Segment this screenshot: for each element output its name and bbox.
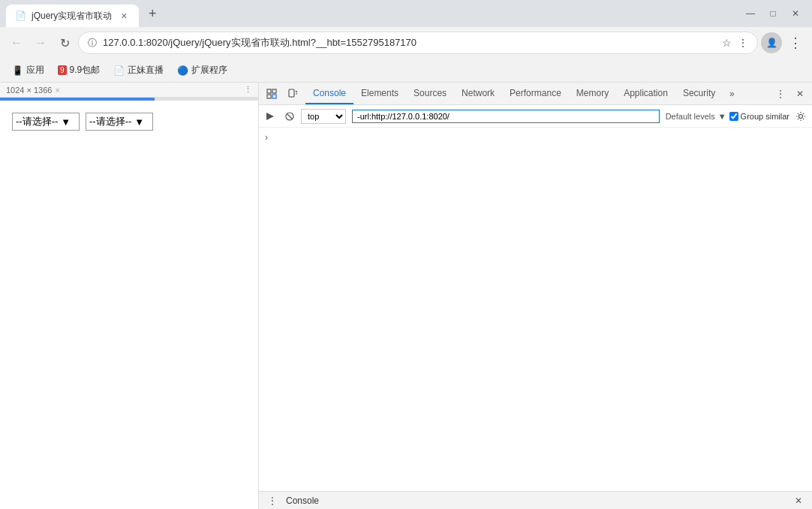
bookmark-apps[interactable]: 📱 应用 (6, 61, 50, 80)
live-icon: 📄 (113, 65, 125, 76)
ext-label: 扩展程序 (191, 64, 227, 77)
minimize-button[interactable]: — (740, 3, 761, 24)
ext-icon: 🔵 (177, 65, 188, 76)
svg-point-11 (799, 114, 803, 118)
group-similar-toggle[interactable]: Group similar (729, 112, 789, 121)
tab-sources-label: Sources (414, 88, 447, 98)
console-content: › (259, 128, 812, 491)
url-text: 127.0.0.1:8020/jQuery/jQuery实现省市联动.html?… (103, 36, 716, 50)
reload-button[interactable]: ↻ (54, 32, 75, 53)
bookmark-star-icon[interactable]: ☆ (722, 37, 732, 49)
profile-icon: 👤 (766, 38, 777, 48)
back-button[interactable]: ← (6, 32, 27, 53)
dimension-bar: 1024 × 1366 × ⋮ (0, 83, 258, 98)
dimension-value: 1024 × 1366 (6, 86, 52, 95)
svg-line-10 (287, 114, 292, 119)
bookmarks-bar: 📱 应用 9 9.9包邮 📄 正妹直播 🔵 扩展程序 (0, 59, 812, 83)
console-context-selector[interactable]: top (301, 109, 346, 124)
apps-label: 应用 (26, 64, 44, 77)
tab-console-label: Console (313, 88, 346, 98)
package-label: 9.9包邮 (70, 64, 101, 77)
console-levels-selector[interactable]: Default levels ▼ (666, 112, 726, 121)
package-icon: 9 (58, 65, 67, 75)
inspect-element-button[interactable] (262, 84, 281, 104)
page-selects: --请选择-- ▼ --请选择-- ▼ (0, 101, 258, 143)
secure-icon: ⓘ (88, 37, 97, 50)
tab-application-label: Application (624, 88, 668, 98)
devtools-tabs: Console Elements Sources Network Perform… (305, 83, 768, 104)
svg-rect-1 (272, 89, 276, 93)
svg-rect-0 (267, 89, 271, 93)
tab-close-button[interactable]: × (118, 10, 130, 22)
browser-menu-button[interactable]: ⋮ (785, 32, 806, 53)
city-value: --请选择-- (89, 115, 131, 128)
context-select-input[interactable]: top (301, 109, 346, 124)
tab-performance-label: Performance (510, 88, 561, 98)
url-bar[interactable]: ⓘ 127.0.0.1:8020/jQuery/jQuery实现省市联动.htm… (78, 32, 758, 54)
devtools-right-controls: ⋮ ✕ (768, 85, 812, 103)
bottom-more-button[interactable]: ⋮ (265, 493, 280, 508)
tab-elements[interactable]: Elements (353, 83, 406, 104)
bookmark-extensions[interactable]: 🔵 扩展程序 (171, 61, 233, 80)
url-more-icon[interactable]: ⋮ (738, 37, 748, 49)
devtools-settings-button[interactable]: ⋮ (771, 85, 789, 103)
tab-network-label: Network (462, 88, 495, 98)
apps-icon: 📱 (12, 65, 23, 76)
live-label: 正妹直播 (128, 64, 164, 77)
group-similar-checkbox[interactable] (729, 112, 738, 121)
tab-title: jQuery实现省市联动 (32, 10, 112, 23)
bottom-close-button[interactable]: ✕ (791, 493, 806, 508)
window-controls: — □ ✕ (740, 3, 806, 24)
maximize-button[interactable]: □ (762, 3, 783, 24)
console-prompt[interactable]: › (262, 131, 809, 144)
devtools-close-button[interactable]: ✕ (791, 85, 809, 103)
tab-console[interactable]: Console (305, 83, 353, 104)
province-value: --请选择-- (16, 115, 58, 128)
active-tab[interactable]: 📄 jQuery实现省市联动 × (6, 5, 139, 27)
bookmark-live[interactable]: 📄 正妹直播 (107, 61, 170, 80)
tab-bar: 📄 jQuery实现省市联动 × + — □ ✕ (0, 0, 812, 27)
tab-application[interactable]: Application (616, 83, 675, 104)
devtools-toolbar: Console Elements Sources Network Perform… (259, 83, 812, 105)
bookmark-package[interactable]: 9 9.9包邮 (52, 61, 106, 80)
dimension-more-button[interactable]: ⋮ (244, 85, 252, 95)
tab-favicon: 📄 (15, 11, 26, 21)
levels-arrow-icon: ▼ (718, 112, 726, 121)
devtools-icons (259, 84, 305, 104)
city-arrow-icon: ▼ (134, 116, 144, 128)
svg-rect-2 (267, 95, 271, 98)
devtools-bottom-bar: ⋮ Console ✕ (259, 491, 812, 509)
dimension-x: × (55, 86, 59, 95)
svg-marker-8 (266, 113, 274, 120)
close-button[interactable]: ✕ (785, 3, 806, 24)
console-clear-button[interactable] (281, 108, 298, 125)
svg-rect-3 (272, 95, 276, 98)
tab-network[interactable]: Network (454, 83, 502, 104)
tab-security[interactable]: Security (675, 83, 723, 104)
tab-memory-label: Memory (576, 88, 609, 98)
tab-sources[interactable]: Sources (406, 83, 454, 104)
page-content: 1024 × 1366 × ⋮ --请选择-- ▼ --请选择-- ▼ (0, 83, 258, 509)
svg-line-6 (296, 91, 297, 92)
city-dropdown[interactable]: --请选择-- ▼ (86, 113, 153, 131)
tab-performance[interactable]: Performance (502, 83, 569, 104)
console-filter-input[interactable] (352, 110, 660, 123)
profile-button[interactable]: 👤 (761, 32, 782, 53)
bottom-console-label: Console (286, 495, 785, 506)
svg-rect-4 (289, 89, 294, 97)
console-settings-button[interactable] (792, 108, 809, 125)
tab-elements-label: Elements (361, 88, 398, 98)
console-execute-button[interactable] (262, 108, 278, 125)
forward-button[interactable]: → (30, 32, 51, 53)
more-tabs-button[interactable]: » (723, 83, 741, 104)
tab-memory[interactable]: Memory (569, 83, 616, 104)
address-bar: ← → ↻ ⓘ 127.0.0.1:8020/jQuery/jQuery实现省市… (0, 27, 812, 59)
province-dropdown[interactable]: --请选择-- ▼ (12, 113, 80, 131)
province-arrow-icon: ▼ (61, 116, 71, 128)
console-bar: top Default levels ▼ Group similar (259, 105, 812, 128)
new-tab-button[interactable]: + (142, 3, 163, 24)
tab-security-label: Security (683, 88, 715, 98)
main-area: 1024 × 1366 × ⋮ --请选择-- ▼ --请选择-- ▼ (0, 83, 812, 509)
device-toolbar-button[interactable] (283, 84, 302, 104)
group-similar-label: Group similar (741, 112, 789, 121)
